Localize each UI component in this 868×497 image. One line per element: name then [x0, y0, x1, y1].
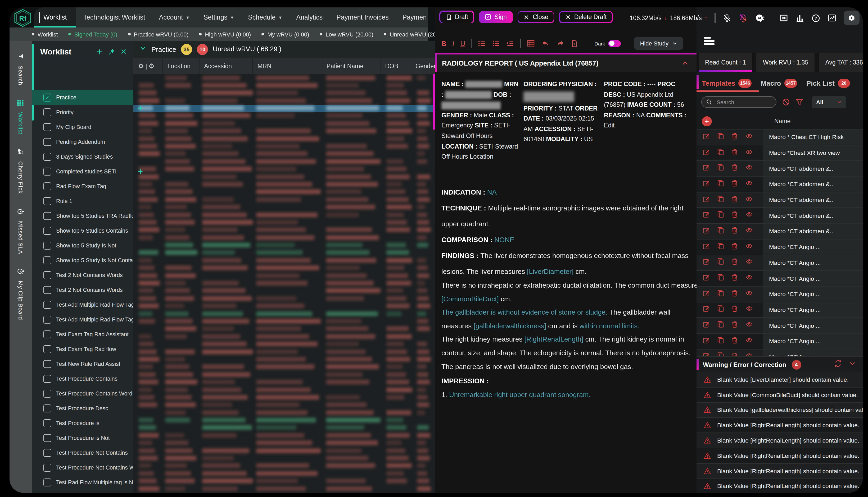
checkbox[interactable]: [43, 404, 51, 412]
edit-icon[interactable]: [702, 242, 710, 252]
preview-icon[interactable]: [745, 336, 754, 346]
copy-icon[interactable]: [717, 242, 725, 252]
menu-icon[interactable]: [704, 37, 716, 45]
delete-icon[interactable]: [731, 321, 738, 330]
edit-icon[interactable]: [702, 305, 710, 315]
help-icon[interactable]: ?: [811, 13, 821, 23]
copy-icon[interactable]: [717, 164, 725, 173]
column-header-location[interactable]: Location: [163, 58, 199, 74]
preview-icon[interactable]: [745, 179, 754, 189]
edit-icon[interactable]: [702, 179, 710, 189]
warning-section-header[interactable]: Warning / Error / Correction 4: [697, 356, 863, 372]
checkbox[interactable]: [43, 138, 51, 146]
sidebar-filter-item[interactable]: Test Rad Flow New Tag 1 Contains B...: [32, 489, 133, 493]
macro-row[interactable]: Macro *CT Angio ...: [697, 333, 863, 349]
macro-row[interactable]: Macro *CT Angio ...: [697, 349, 863, 356]
preview-icon[interactable]: [745, 226, 754, 236]
insert-table-icon[interactable]: [527, 39, 535, 47]
rail-item-missed-sla[interactable]: Missed SLA: [17, 208, 24, 254]
checkbox[interactable]: [43, 374, 51, 383]
undo-icon[interactable]: [541, 39, 550, 47]
checkbox[interactable]: [43, 182, 51, 190]
macro-row[interactable]: Macro *CT abdomen &..: [697, 208, 863, 223]
macro-row[interactable]: Macro *CT abdomen &..: [697, 223, 863, 239]
ai-assistant-icon[interactable]: AI: [755, 13, 764, 23]
table-row[interactable]: [133, 150, 435, 158]
sidebar-filter-item[interactable]: Show top 5 Studies Contains: [32, 223, 133, 238]
preview-icon[interactable]: [745, 164, 754, 173]
column-header-mrn[interactable]: MRN: [253, 58, 322, 74]
delete-icon[interactable]: [731, 258, 738, 268]
table-row[interactable]: [133, 112, 435, 120]
preview-icon[interactable]: [745, 132, 754, 142]
copy-icon[interactable]: [717, 321, 725, 330]
sidebar-filter-item[interactable]: Test 2 Not Contains Words: [32, 268, 133, 282]
delete-icon[interactable]: [731, 336, 738, 346]
warning-row[interactable]: Blank Value [gallbladerwalthickness] sho…: [697, 402, 863, 417]
sidebar-filter-item[interactable]: Test New Rule Rad Assist: [32, 356, 133, 371]
table-row[interactable]: [133, 188, 435, 196]
edit-icon[interactable]: [702, 336, 710, 346]
delete-icon[interactable]: [731, 195, 738, 205]
delete-draft-button[interactable]: Delete Draft: [559, 11, 613, 23]
nav-item-paymen[interactable]: Paymen: [396, 8, 428, 28]
delete-icon[interactable]: [731, 273, 738, 283]
document-check-icon[interactable]: [570, 39, 578, 47]
delete-icon[interactable]: [731, 352, 738, 356]
table-row[interactable]: [133, 241, 435, 249]
table-row[interactable]: [133, 97, 435, 104]
copy-icon[interactable]: [717, 352, 725, 356]
refresh-icon[interactable]: [834, 359, 842, 370]
collapse-report-chevron-icon[interactable]: [681, 60, 689, 67]
delete-icon[interactable]: [731, 179, 738, 189]
expand-row-button[interactable]: +: [138, 167, 143, 177]
bar-chart-icon[interactable]: [796, 13, 804, 23]
checkbox[interactable]: [43, 123, 51, 131]
hide-study-dropdown[interactable]: Hide Study: [634, 37, 683, 50]
bold-button[interactable]: B: [441, 39, 446, 47]
rail-item-cherry-pick[interactable]: Cherry Pick: [17, 148, 24, 194]
table-row[interactable]: [133, 447, 435, 454]
macro-row[interactable]: Macro *CT Angio ...: [697, 286, 863, 302]
delete-icon[interactable]: [731, 242, 738, 252]
table-row[interactable]: [133, 249, 435, 257]
subnav-item[interactable]: Worklist: [32, 31, 58, 37]
table-row[interactable]: [133, 401, 435, 409]
table-row[interactable]: [133, 127, 435, 135]
redo-icon[interactable]: [556, 39, 565, 47]
preview-icon[interactable]: [745, 195, 754, 205]
sidebar-filter-item[interactable]: Test Exam Tag Rad Assistant: [32, 327, 133, 342]
table-row[interactable]: [133, 348, 435, 356]
table-row[interactable]: [133, 432, 435, 439]
search-box[interactable]: [701, 96, 776, 108]
nav-item-schedule[interactable]: Schedule▼: [241, 8, 289, 28]
edit-icon[interactable]: [702, 289, 710, 299]
table-row[interactable]: [133, 142, 435, 150]
collapse-chevron-icon[interactable]: [139, 44, 147, 54]
sidebar-filter-item[interactable]: Test Procedure Not Contains: [32, 445, 133, 460]
checkbox[interactable]: [43, 241, 51, 249]
sidebar-filter-item[interactable]: Rad Flow Exam Tag: [32, 179, 133, 194]
table-row[interactable]: [133, 89, 435, 97]
copy-icon[interactable]: [717, 211, 725, 221]
macro-row[interactable]: Macro *CT abdomen &..: [697, 192, 863, 208]
bullet-list-icon[interactable]: [492, 39, 500, 47]
table-row[interactable]: [133, 371, 435, 378]
checkbox[interactable]: [43, 389, 51, 397]
table-row[interactable]: [133, 280, 435, 287]
stat-tab[interactable]: Avg TAT : 336.6h: [819, 53, 863, 72]
warning-row[interactable]: Blank Value [RightRenalLength] should co…: [697, 463, 863, 479]
report-body[interactable]: INDICATION : NATECHNIQUE : Multiple real…: [441, 188, 690, 404]
copy-icon[interactable]: [717, 305, 725, 315]
table-row[interactable]: [133, 378, 435, 386]
preview-icon[interactable]: [745, 321, 754, 330]
italic-button[interactable]: I: [452, 39, 455, 47]
sidebar-filter-item[interactable]: Test Add Multiple Rad Flow Tag Cont..: [32, 312, 133, 327]
warning-row[interactable]: Blank Value [RightRenalLength] should co…: [697, 417, 863, 433]
preview-icon[interactable]: [745, 258, 754, 268]
checkbox[interactable]: [43, 478, 51, 486]
active-worklist-tab[interactable]: Practice: [151, 45, 176, 53]
nav-item-payment-invoices[interactable]: Payment Invoices: [329, 8, 395, 28]
delete-icon[interactable]: [731, 132, 738, 142]
table-row[interactable]: [133, 196, 435, 203]
